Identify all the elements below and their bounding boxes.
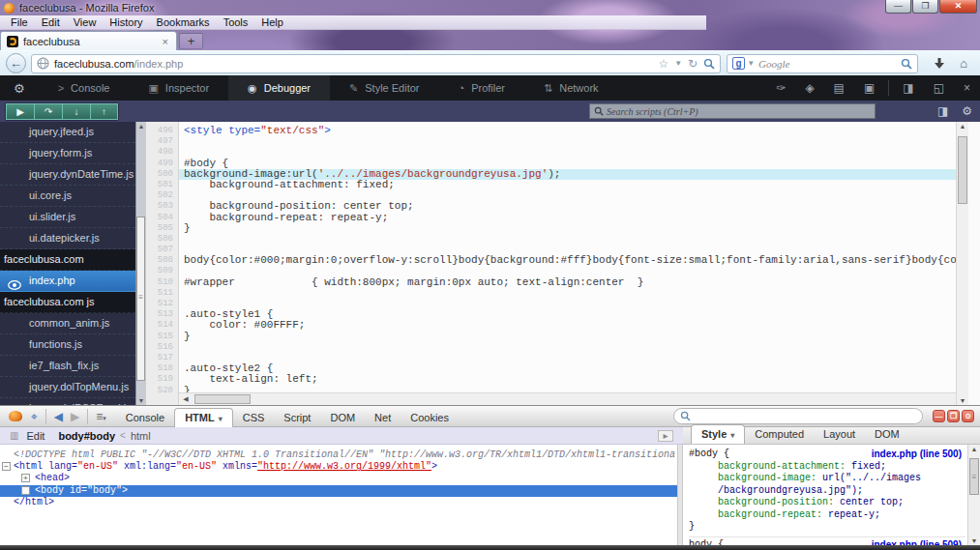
side-tab-dom[interactable]: DOM [865,425,909,444]
html-node[interactable]: <!DOCTYPE html PUBLIC "-//W3C//DTD XHTML… [0,449,677,461]
code-horizontal-scrollbar[interactable]: ◀ [179,392,956,405]
menu-item-bookmarks[interactable]: Bookmarks [150,16,217,28]
debugger-options-gear-icon[interactable]: ⚙ [962,104,972,118]
history-dropdown-icon[interactable]: ▼ [674,59,682,68]
scratchpad-icon[interactable]: ▤ [834,81,845,95]
back-button[interactable]: ← [6,53,26,73]
reload-icon[interactable]: ↻ [688,57,698,71]
go-search-icon[interactable] [703,58,715,70]
menu-item-tools[interactable]: Tools [217,16,255,28]
line-number[interactable]: 503 [146,201,178,212]
paintbrush-icon[interactable]: ✑ [776,81,786,95]
line-number[interactable]: 515 [146,332,178,342]
expand-icon[interactable]: + [21,486,30,495]
side-tab-style[interactable]: Style▾ [691,424,745,444]
source-item-common-anim-js[interactable]: common_anim.js [0,313,135,334]
search-engine-dropdown-icon[interactable]: ▼ [747,59,755,68]
menu-item-help[interactable]: Help [254,16,290,28]
firebug-tab-cookies[interactable]: Cookies [401,409,459,427]
line-number[interactable]: 502 [146,190,178,201]
line-number[interactable]: 505 [146,223,178,234]
dock-side-icon[interactable]: ◨ [903,81,913,95]
line-number[interactable]: 518 [146,363,178,374]
source-group-faceclubusa-com[interactable]: faceclubusa.com [0,249,135,271]
search-input[interactable] [758,58,901,70]
line-number[interactable]: 509 [146,266,178,276]
hscroll-thumb[interactable] [194,394,251,404]
source-group-faceclubusa-com-js[interactable]: faceclubusa.com js [0,292,135,313]
devtools-tab-style-editor[interactable]: ✎Style Editor [330,75,438,101]
search-icon[interactable] [901,58,912,70]
line-number[interactable]: 510 [146,277,178,288]
source-item-index-php[interactable]: index.php [0,271,135,292]
tab-dropdown-icon[interactable]: ▾ [219,415,223,423]
css-property[interactable]: background-attachment: fixed; [689,461,965,474]
close-button[interactable]: ✕ [939,0,977,14]
line-number[interactable]: 507 [146,245,178,255]
devtools-tab-profiler[interactable]: ◔Profiler [439,75,525,101]
line-number[interactable]: 517 [146,353,178,363]
sources-scrollbar-thumb[interactable] [136,217,145,381]
line-number[interactable]: 498 [146,147,178,158]
bookmark-star-icon[interactable]: ☆ [658,57,668,71]
html-node[interactable]: +<head> [0,473,677,484]
devtools-options-gear-icon[interactable]: ⚙ [0,81,39,96]
css-property[interactable]: background-position: center top; [689,497,965,509]
devtools-tab-inspector[interactable]: ▣Inspector [129,75,228,101]
line-number[interactable]: 519 [146,374,178,385]
devtools-tab-debugger[interactable]: ◉Debugger [228,75,330,101]
line-number[interactable]: 511 [146,288,178,299]
tab-close-icon[interactable]: × [161,36,170,47]
firebug-tab-html[interactable]: HTML▾ [174,408,233,427]
code-vertical-scrollbar[interactable]: ▲ ▼ [956,122,968,405]
menu-item-edit[interactable]: Edit [35,16,67,28]
css-property[interactable]: background-image: url("../../images /bac… [689,473,965,497]
firebug-tab-script[interactable]: Script [274,409,320,427]
style-panel-scrollbar[interactable]: ▲ ≡ ▼ [967,445,980,545]
source-item-jquery-form-js[interactable]: jquery.form.js [0,143,135,164]
browser-tab[interactable]: faceclubusa × [0,31,177,50]
source-item-ie7-flash-fix-js[interactable]: ie7_flash_fix.js [0,356,135,377]
line-number[interactable]: 516 [146,342,178,353]
side-panel-toggle-icon[interactable]: ▸ [658,430,673,442]
line-number[interactable]: 496 [146,126,178,136]
code-editor[interactable]: <style type="text/css"> #body {backgroun… [179,122,956,405]
step-in-button[interactable]: ↓ [62,103,90,120]
toggle-panes-icon[interactable]: ◨ [937,104,948,118]
close-icon[interactable]: × [964,81,970,95]
undock-icon[interactable]: ◱ [934,81,944,95]
line-number[interactable]: 497 [146,136,178,147]
devtools-tab-console[interactable]: >Console [39,75,130,101]
expand-icon[interactable]: + [21,474,30,482]
terminal-icon[interactable]: ▣ [864,81,875,95]
new-tab-button[interactable]: + [179,33,203,49]
style-scroll-thumb[interactable]: ≡ [969,458,979,495]
html-node[interactable]: </html> [0,497,677,508]
css-source-link[interactable]: index.php (line 500) [872,449,965,461]
source-item-ui-datepicker-js[interactable]: ui.datepicker.js [0,228,135,249]
source-item-jquery-doltopmenu-js[interactable]: jquery.dolTopMenu.js [0,377,135,398]
edit-button[interactable]: Edit [26,430,45,442]
source-item-ui-slider-js[interactable]: ui.slider.js [0,207,135,228]
firebug-icon[interactable] [9,411,22,421]
firebug-search-input[interactable] [695,411,916,421]
sources-scrollbar[interactable]: ▲ ▼ [135,122,146,405]
menu-item-view[interactable]: View [67,16,104,28]
css-property[interactable]: background-repeat: repeat-y; [689,509,965,522]
line-number[interactable]: 504 [146,213,178,223]
line-number[interactable]: 501 [146,180,178,190]
download-icon[interactable] [933,57,946,71]
menu-item-history[interactable]: History [103,16,149,28]
firebug-minimize-icon[interactable]: — [933,410,945,422]
step-out-button[interactable]: ↑ [90,103,118,120]
css-selector[interactable]: #body { [689,449,729,461]
firebug-tab-dom[interactable]: DOM [320,409,365,427]
firebug-tab-console[interactable]: Console [116,409,174,427]
minimize-button[interactable]: — [885,0,911,14]
line-number[interactable]: 508 [146,255,178,266]
breadcrumb-selected-node[interactable]: body#body [58,430,115,442]
cube-3d-icon[interactable]: ◈ [805,81,814,95]
source-item-ui-core-js[interactable]: ui.core.js [0,186,135,207]
firebug-forward-icon[interactable]: ▶ [71,410,79,423]
source-item-jquery-dolrssfeed-js[interactable]: jquery.dolRSSFeed.js [0,398,135,405]
